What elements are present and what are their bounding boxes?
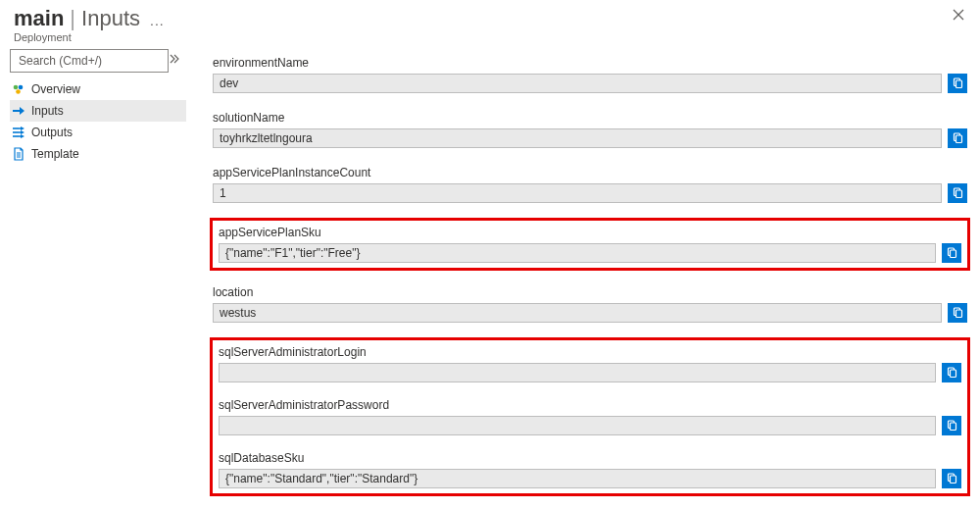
- field-label: appServicePlanInstanceCount: [213, 166, 967, 179]
- copy-icon: [946, 473, 957, 484]
- field-appServicePlanInstanceCount: appServicePlanInstanceCount 1: [210, 163, 970, 206]
- copy-button[interactable]: [942, 363, 961, 382]
- sidebar-search[interactable]: [10, 49, 169, 73]
- sidebar-collapse-button[interactable]: [169, 53, 180, 67]
- inputs-icon: [12, 104, 25, 118]
- copy-icon: [952, 132, 963, 144]
- field-label: sqlServerAdministratorPassword: [216, 398, 964, 412]
- sidebar-item-label: Template: [31, 147, 182, 161]
- outputs-icon: [12, 126, 25, 139]
- copy-button[interactable]: [948, 128, 967, 148]
- field-label: sqlServerAdministratorLogin: [216, 345, 964, 359]
- header-title-sub: Inputs: [81, 6, 140, 31]
- field-label: sqlDatabaseSku: [216, 451, 964, 465]
- svg-rect-15: [956, 135, 962, 143]
- field-sqlServerAdministratorLogin: sqlServerAdministratorLogin: [213, 342, 967, 385]
- header-subtitle: Deployment: [14, 31, 966, 43]
- sidebar-item-label: Overview: [31, 82, 182, 96]
- svg-rect-27: [951, 476, 956, 484]
- svg-rect-5: [13, 110, 20, 112]
- field-sqlServerAdministratorPassword: sqlServerAdministratorPassword: [213, 395, 967, 438]
- copy-button[interactable]: [942, 416, 961, 435]
- copy-icon: [946, 247, 957, 259]
- field-value[interactable]: 1: [213, 183, 942, 203]
- chevron-double-left-icon: [169, 53, 180, 65]
- header-title-separator: |: [70, 6, 75, 31]
- overview-icon: [12, 82, 25, 96]
- field-value[interactable]: toyhrkzltetlngoura: [213, 128, 942, 148]
- header-more-button[interactable]: ...: [146, 13, 165, 28]
- inputs-panel: environmentName dev solutionName toyhrkz…: [186, 47, 980, 505]
- field-value[interactable]: dev: [213, 74, 942, 93]
- field-label: solutionName: [213, 111, 967, 125]
- header-title-main: main: [14, 6, 64, 31]
- sidebar-item-overview[interactable]: Overview: [10, 78, 186, 100]
- copy-button[interactable]: [942, 469, 961, 488]
- field-label: environmentName: [213, 56, 967, 70]
- field-appServicePlanSku: appServicePlanSku {"name":"F1","tier":"F…: [213, 223, 967, 266]
- copy-icon: [952, 77, 963, 89]
- close-icon: [953, 9, 964, 21]
- svg-rect-25: [951, 423, 956, 431]
- field-value[interactable]: westus: [213, 303, 942, 323]
- copy-icon: [946, 367, 957, 379]
- sidebar-item-template[interactable]: Template: [10, 143, 186, 165]
- field-value[interactable]: [219, 416, 936, 435]
- field-label: location: [213, 285, 967, 299]
- field-solutionName: solutionName toyhrkzltetlngoura: [210, 108, 970, 151]
- svg-rect-13: [956, 80, 962, 88]
- field-sqlDatabaseSku: sqlDatabaseSku {"name":"Standard","tier"…: [213, 448, 967, 491]
- sidebar-item-inputs[interactable]: Inputs: [10, 100, 186, 122]
- sidebar-search-input[interactable]: [17, 53, 168, 69]
- svg-rect-19: [951, 250, 956, 258]
- close-button[interactable]: [947, 6, 970, 25]
- svg-point-4: [16, 89, 21, 94]
- svg-point-3: [19, 85, 24, 90]
- svg-rect-17: [956, 190, 962, 198]
- field-environmentName: environmentName dev: [210, 53, 970, 96]
- copy-button[interactable]: [948, 183, 967, 203]
- highlight-group-1: appServicePlanSku {"name":"F1","tier":"F…: [210, 218, 970, 271]
- highlight-group-2: sqlServerAdministratorLogin sqlServerAdm…: [210, 337, 970, 496]
- field-value[interactable]: {"name":"Standard","tier":"Standard"}: [219, 469, 936, 488]
- copy-button[interactable]: [948, 74, 967, 93]
- svg-point-2: [14, 85, 19, 90]
- field-location: location westus: [210, 282, 970, 326]
- field-value[interactable]: {"name":"F1","tier":"Free"}: [219, 243, 936, 263]
- svg-rect-23: [951, 370, 956, 378]
- sidebar-item-label: Outputs: [31, 126, 182, 139]
- blade-header: main | Inputs ... Deployment: [0, 0, 980, 47]
- copy-icon: [952, 187, 963, 199]
- copy-icon: [952, 307, 963, 319]
- copy-button[interactable]: [942, 243, 961, 263]
- copy-icon: [946, 420, 957, 432]
- sidebar-item-label: Inputs: [31, 104, 182, 118]
- svg-rect-21: [956, 310, 962, 318]
- field-label: appServicePlanSku: [216, 226, 964, 239]
- template-icon: [12, 147, 25, 161]
- sidebar: Overview Inputs Outputs: [10, 47, 186, 505]
- sidebar-item-outputs[interactable]: Outputs: [10, 122, 186, 143]
- copy-button[interactable]: [948, 303, 967, 323]
- field-value[interactable]: [219, 363, 936, 382]
